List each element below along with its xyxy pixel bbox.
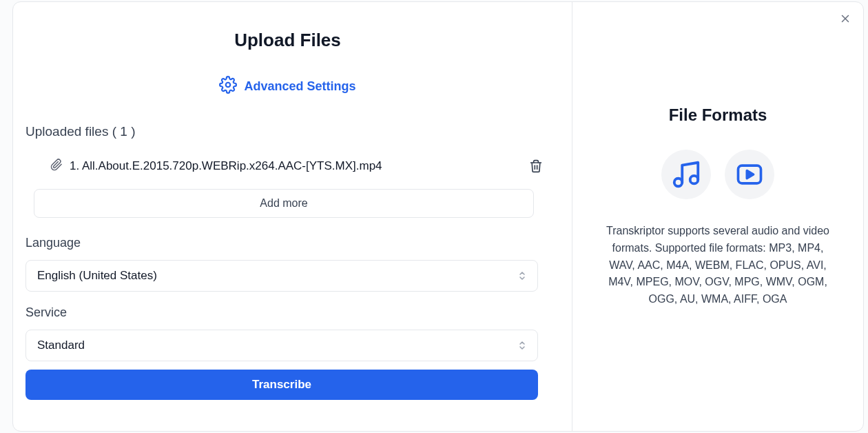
svg-point-4 bbox=[690, 176, 699, 183]
chevron-updown-icon bbox=[518, 341, 526, 350]
svg-point-3 bbox=[674, 179, 683, 187]
delete-file-button[interactable] bbox=[529, 159, 543, 173]
close-button[interactable] bbox=[838, 12, 852, 26]
language-value: English (United States) bbox=[37, 269, 157, 283]
file-formats-title: File Formats bbox=[589, 105, 847, 125]
close-icon bbox=[839, 12, 851, 25]
trash-icon bbox=[529, 159, 543, 173]
attachment-icon bbox=[50, 159, 63, 174]
file-formats-panel: File Formats Transkriptor supports sever… bbox=[572, 2, 863, 431]
add-more-label: Add more bbox=[260, 197, 307, 210]
file-name: 1. All.About.E.2015.720p.WEBRip.x264.AAC… bbox=[70, 159, 522, 173]
service-value: Standard bbox=[37, 339, 85, 352]
upload-modal: Upload Files Advanced Settings Uploaded … bbox=[12, 1, 864, 432]
chevron-updown-icon bbox=[518, 271, 526, 281]
format-icons bbox=[589, 150, 847, 199]
add-more-button[interactable]: Add more bbox=[34, 189, 534, 218]
advanced-settings-link[interactable]: Advanced Settings bbox=[25, 76, 550, 97]
file-formats-description: Transkriptor supports several audio and … bbox=[589, 223, 847, 308]
svg-point-0 bbox=[226, 83, 231, 88]
transcribe-button[interactable]: Transcribe bbox=[25, 370, 538, 400]
advanced-settings-label: Advanced Settings bbox=[244, 79, 355, 94]
upload-panel: Upload Files Advanced Settings Uploaded … bbox=[13, 2, 572, 431]
file-row: 1. All.About.E.2015.720p.WEBRip.x264.AAC… bbox=[25, 159, 550, 174]
uploaded-files-label: Uploaded files ( 1 ) bbox=[25, 124, 550, 139]
video-format-icon-wrap bbox=[725, 150, 774, 199]
audio-format-icon-wrap bbox=[661, 150, 711, 199]
music-icon bbox=[670, 159, 702, 190]
video-icon bbox=[734, 159, 765, 190]
gear-icon bbox=[219, 76, 237, 97]
language-label: Language bbox=[25, 236, 550, 250]
service-label: Service bbox=[25, 305, 550, 320]
transcribe-label: Transcribe bbox=[252, 378, 311, 392]
service-select[interactable]: Standard bbox=[25, 330, 538, 361]
svg-marker-6 bbox=[747, 171, 753, 179]
page-title: Upload Files bbox=[25, 30, 550, 51]
language-select[interactable]: English (United States) bbox=[25, 260, 538, 292]
